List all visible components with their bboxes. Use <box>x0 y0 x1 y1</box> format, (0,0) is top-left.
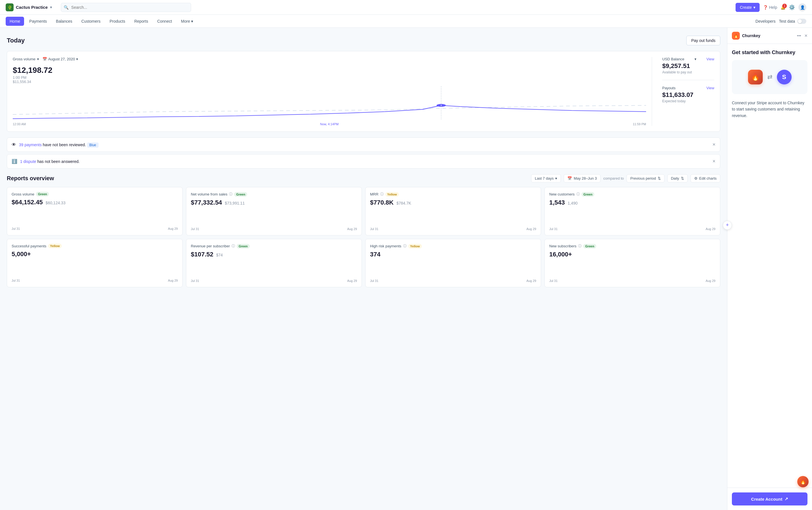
info-icon[interactable]: ⓘ <box>232 244 235 249</box>
balance-divider <box>662 80 714 80</box>
date-range-button[interactable]: Last 7 days ▾ <box>531 174 561 182</box>
metric-tag: Yellow <box>408 244 422 249</box>
metric-header: High risk payments ⓘ Yellow <box>370 244 536 249</box>
metric-mini-chart <box>549 209 716 226</box>
avatar[interactable]: 👤 <box>799 3 806 11</box>
alert-dispute: ℹ️ 1 dispute has not been answered. × <box>7 154 720 169</box>
gross-volume-selector[interactable]: Gross volume ▾ <box>13 57 39 61</box>
metric-compare-value: 1,490 <box>568 201 578 205</box>
test-data-toggle-switch[interactable] <box>797 19 806 24</box>
metric-mini-chart <box>549 261 716 278</box>
metric-main-value: 374 <box>370 251 381 258</box>
usd-balance: USD Balance ▾ View $9,257.51 Available t… <box>662 57 714 74</box>
metric-dates: Jul 31 Aug 29 <box>191 227 357 231</box>
edit-charts-button[interactable]: ⚙ Edit charts <box>691 174 720 182</box>
sub-nav: Home Payments Balances Customers Product… <box>0 15 812 28</box>
side-panel-close-button[interactable]: × <box>804 33 808 39</box>
notification-badge: 1 <box>782 4 787 8</box>
nav-item-payments[interactable]: Payments <box>25 17 51 26</box>
payments-link[interactable]: 39 payments <box>19 143 41 147</box>
dispute-link[interactable]: 1 dispute <box>20 159 36 164</box>
metric-card-1: Net volume from sales ⓘ Green $77,332.54… <box>186 187 362 235</box>
sub-nav-right: Developers Test data <box>755 19 806 24</box>
eye-icon: 👁 <box>11 142 16 147</box>
metric-date-end: Aug 29 <box>168 279 178 282</box>
connect-illustration: 🔥 ⇄ S <box>732 60 808 94</box>
help-icon: ❓ <box>763 5 768 10</box>
info-icon[interactable]: ⓘ <box>403 244 407 249</box>
payouts-balance: Payouts View $11,633.07 Expected today <box>662 86 714 103</box>
metric-mini-chart <box>370 209 536 226</box>
settings-button[interactable]: ⚙️ <box>789 4 795 10</box>
metric-card-7: New subscribers ⓘ Green 16,000+ Jul 31 A… <box>544 239 720 287</box>
developers-link[interactable]: Developers <box>755 19 776 24</box>
payouts-view-link[interactable]: View <box>706 86 714 90</box>
info-icon[interactable]: ⓘ <box>229 192 233 197</box>
side-panel-menu-button[interactable]: ••• <box>797 33 801 38</box>
nav-item-home[interactable]: Home <box>6 17 24 26</box>
brand-chevron-icon: ▾ <box>50 5 52 9</box>
side-panel: 🔥 Churnkey ••• × Get started with Churnk… <box>727 28 812 510</box>
connect-arrows-icon: ⇄ <box>767 74 772 81</box>
metric-dates: Jul 31 Aug 29 <box>370 227 536 231</box>
info-icon[interactable]: ⓘ <box>380 192 384 197</box>
metric-main-value: $77,332.54 <box>191 199 222 206</box>
brand[interactable]: 🌵 Cactus Practice ▾ <box>6 3 52 11</box>
search-input[interactable] <box>61 3 191 12</box>
external-link-icon: ↗ <box>785 497 788 502</box>
chart-big-value: $12,198.72 <box>13 66 646 75</box>
reports-title: Reports overview <box>7 175 528 181</box>
pay-out-funds-button[interactable]: Pay out funds <box>686 36 720 45</box>
alert-dispute-close[interactable]: × <box>712 159 716 164</box>
metric-main-value: $64,152.45 <box>11 199 43 206</box>
prev-period-chevron-icon: ⇅ <box>658 176 661 180</box>
info-icon[interactable]: ⓘ <box>576 192 580 197</box>
nav-item-reports[interactable]: Reports <box>130 17 152 26</box>
metric-dates: Jul 31 Aug 29 <box>11 279 178 282</box>
metric-main-value: 16,000+ <box>549 251 572 258</box>
nav-item-balances[interactable]: Balances <box>52 17 77 26</box>
nav-item-more[interactable]: More ▾ <box>177 17 197 26</box>
metric-header: Successful payments Yellow <box>11 244 178 248</box>
previous-period-button[interactable]: Previous period ⇅ <box>627 174 664 182</box>
create-button[interactable]: Create ▾ <box>735 3 760 12</box>
alert-dispute-text: 1 dispute has not been answered. <box>20 159 80 164</box>
payouts-sub: Expected today <box>662 99 714 103</box>
metric-tag: Yellow <box>48 244 62 248</box>
info-icon: ℹ️ <box>11 159 17 164</box>
daily-button[interactable]: Daily ⇅ <box>667 174 688 182</box>
payouts-label: Payouts View <box>662 86 714 90</box>
nav-item-products[interactable]: Products <box>106 17 129 26</box>
metric-compare-value: $784.7K <box>396 201 411 205</box>
metric-dates: Jul 31 Aug 29 <box>370 279 536 282</box>
help-button[interactable]: ❓ Help <box>763 5 777 10</box>
notification-button[interactable]: 🔔 1 <box>781 5 785 10</box>
daily-chevron-icon: ⇅ <box>681 176 684 180</box>
metric-tag: Green <box>234 192 247 197</box>
metric-label: Net volume from sales <box>191 192 227 196</box>
metric-header: New subscribers ⓘ Green <box>549 244 716 249</box>
info-icon[interactable]: ⓘ <box>578 244 581 249</box>
metric-tag: Green <box>581 192 595 197</box>
alert-payments-close[interactable]: × <box>712 142 716 148</box>
metric-date-start: Jul 31 <box>370 227 378 231</box>
nav-item-connect[interactable]: Connect <box>153 17 176 26</box>
create-account-button[interactable]: Create Account ↗ <box>732 492 808 506</box>
chart-section: Gross volume ▾ 📅 August 27, 2020 ▾ $12,1… <box>7 51 720 132</box>
calendar-icon-small: 📅 <box>567 176 572 180</box>
alerts-section: 👁 39 payments have not been reviewed. Bl… <box>7 137 720 169</box>
metric-mini-chart <box>11 261 178 278</box>
nav-item-customers[interactable]: Customers <box>77 17 104 26</box>
date-display-button[interactable]: 📅 May 28–Jun 3 <box>564 174 601 182</box>
churnkey-floating-button[interactable]: 🔥 <box>797 476 809 487</box>
date-selector[interactable]: 📅 August 27, 2020 ▾ <box>42 57 78 61</box>
side-panel-footer: Create Account ↗ <box>727 488 812 510</box>
side-panel-body: Get started with Churnkey 🔥 ⇄ S Connect … <box>727 44 812 488</box>
chart-compare-value: $11,556.34 <box>13 80 646 84</box>
usd-balance-view-link[interactable]: View <box>706 57 714 61</box>
metric-date-end: Aug 29 <box>347 227 357 231</box>
side-panel-plus-button[interactable]: + <box>723 221 732 230</box>
metric-values: $64,152.45 $60,124.33 <box>11 199 178 206</box>
metric-date-end: Aug 29 <box>168 227 178 230</box>
chart-side: USD Balance ▾ View $9,257.51 Available t… <box>658 57 714 126</box>
